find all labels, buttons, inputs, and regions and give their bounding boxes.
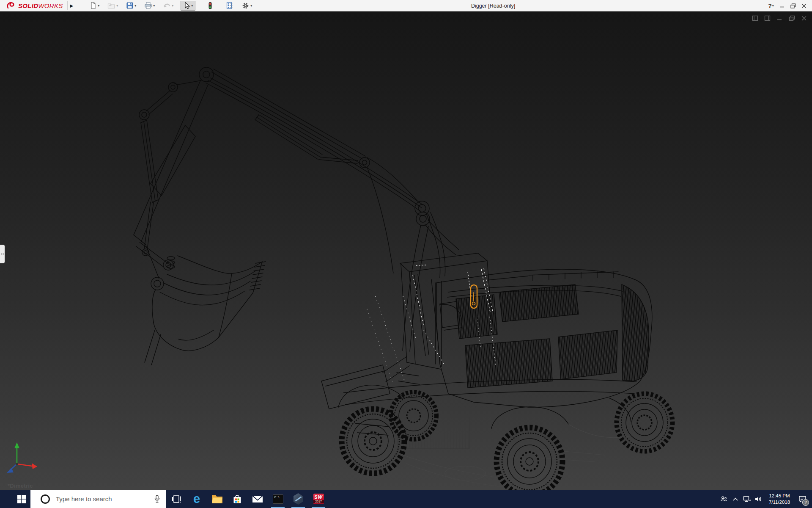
windows-logo-icon (17, 494, 26, 504)
document-minimize-button[interactable] (776, 15, 783, 22)
view-orientation-label: *Dimetric (8, 483, 33, 489)
dropdown-caret[interactable]: ▾ (250, 4, 252, 8)
select-tool-button[interactable]: ▾ (181, 1, 195, 11)
mail-icon (252, 495, 263, 503)
taskbar-search-input[interactable]: Type here to search (30, 490, 166, 508)
menu-flyout-button[interactable]: ▶ (68, 0, 76, 11)
edge-icon: e (193, 493, 200, 505)
wheel-rear-right (617, 394, 672, 451)
options-button[interactable]: ▾ (241, 1, 253, 11)
minimize-icon (779, 3, 785, 8)
solidworks-logo: SOLIDWORKS (0, 0, 68, 11)
taskbar-app-command-prompt[interactable]: C:\ (268, 490, 288, 508)
logo-solid: SOLID (18, 2, 38, 9)
save-button[interactable]: ▾ (125, 1, 137, 11)
gear-icon (241, 2, 250, 10)
save-floppy-icon (126, 2, 134, 9)
open-button[interactable]: ▾ (107, 1, 119, 11)
window-panel-right-icon (764, 15, 771, 21)
hidden-icons-button[interactable] (730, 490, 741, 508)
window-panel-left-button[interactable] (751, 15, 759, 22)
window-panel-right-button[interactable] (763, 15, 771, 22)
dropdown-caret[interactable]: ▾ (191, 4, 193, 8)
view-stoplight-icon (208, 2, 213, 10)
network-icon (743, 496, 751, 502)
cortana-icon (41, 494, 50, 504)
orientation-triad (7, 442, 37, 473)
window-panel-left-icon (752, 15, 758, 21)
document-restore-icon (789, 15, 795, 21)
3ds-logo-mark (6, 1, 17, 10)
undo-arrow-icon (163, 2, 171, 9)
print-button[interactable]: ▾ (143, 1, 156, 11)
new-document-icon (89, 2, 97, 9)
clock-date: 7/11/2018 (765, 499, 793, 505)
undo-button[interactable]: ▾ (162, 1, 174, 11)
print-icon (144, 2, 152, 9)
dropdown-caret[interactable]: ▾ (153, 4, 155, 8)
select-cursor-icon (183, 2, 190, 9)
search-placeholder-text: Type here to search (56, 495, 112, 502)
people-icon (720, 495, 727, 502)
taskbar-app-edge[interactable]: e (187, 490, 207, 508)
close-icon (801, 3, 807, 8)
start-button[interactable] (0, 490, 30, 508)
file-explorer-icon (211, 494, 223, 504)
volume-button[interactable] (752, 490, 764, 508)
document-restore-button[interactable] (788, 15, 796, 22)
window-controls: ? ▾ (765, 0, 812, 11)
action-center-button[interactable]: 2 (795, 490, 809, 508)
logo-works: WORKS (38, 2, 63, 9)
taskbar-app-edrawings[interactable] (288, 490, 308, 508)
feature-panel-collapsed-tab[interactable] (0, 245, 5, 263)
help-button[interactable]: ? ▾ (765, 0, 776, 11)
taskbar-app-file-explorer[interactable] (207, 490, 227, 508)
chevron-up-icon (732, 497, 738, 501)
microsoft-store-icon (232, 494, 242, 504)
model-edges (134, 67, 652, 435)
quick-access-toolbar: ▾ ▾ ▾ (88, 0, 254, 11)
network-button[interactable] (741, 490, 752, 508)
new-document-button[interactable]: ▾ (88, 1, 100, 11)
document-close-icon (801, 16, 807, 21)
document-close-button[interactable] (800, 15, 808, 22)
document-title: Digger [Read-only] (471, 0, 515, 11)
digger-wireframe-model[interactable] (0, 11, 812, 490)
document-window-controls (751, 15, 808, 22)
dropdown-caret[interactable]: ▾ (116, 4, 118, 8)
logo-text: SOLIDWORKS (18, 2, 63, 9)
titlebar: SOLIDWORKS ▶ ▾ ▾ (0, 0, 812, 11)
solidworks-window: SOLIDWORKS ▶ ▾ ▾ (0, 0, 812, 508)
close-button[interactable] (798, 0, 809, 11)
bill-of-materials-button[interactable] (225, 1, 234, 11)
stoplight-button[interactable] (207, 1, 214, 11)
open-folder-icon (107, 2, 115, 9)
edrawings-hexagon-icon (293, 493, 304, 505)
hexagon-streak (295, 496, 301, 501)
graphics-area[interactable]: *Dimetric (0, 11, 812, 490)
solidworks-2017-icon: SW 2017 (313, 494, 324, 504)
people-button[interactable] (718, 490, 730, 508)
document-minimize-icon (777, 15, 782, 21)
restore-button[interactable] (787, 0, 798, 11)
task-view-icon (171, 494, 181, 504)
notification-badge: 2 (802, 499, 809, 506)
dropdown-caret[interactable]: ▾ (134, 4, 136, 8)
dropdown-caret[interactable]: ▾ (98, 4, 99, 8)
system-tray: 12:45 PM 7/11/2018 2 (718, 490, 812, 508)
taskbar-clock[interactable]: 12:45 PM 7/11/2018 (765, 493, 793, 505)
clock-time: 12:45 PM (765, 493, 793, 499)
bom-list-icon (226, 2, 233, 9)
task-view-button[interactable] (166, 490, 187, 508)
panel-tab-dot-icon (1, 253, 4, 255)
dropdown-caret[interactable]: ▾ (172, 4, 173, 8)
taskbar-app-store[interactable] (227, 490, 247, 508)
minimize-button[interactable] (776, 0, 787, 11)
restore-icon (790, 3, 796, 8)
taskbar-app-mail[interactable] (247, 490, 268, 508)
taskbar-app-solidworks[interactable]: SW 2017 (308, 490, 329, 508)
microphone-icon[interactable] (154, 495, 160, 505)
windows-taskbar: Type here to search e (0, 490, 812, 508)
dropdown-caret: ▾ (772, 4, 774, 8)
wheel-front-left (342, 409, 404, 473)
